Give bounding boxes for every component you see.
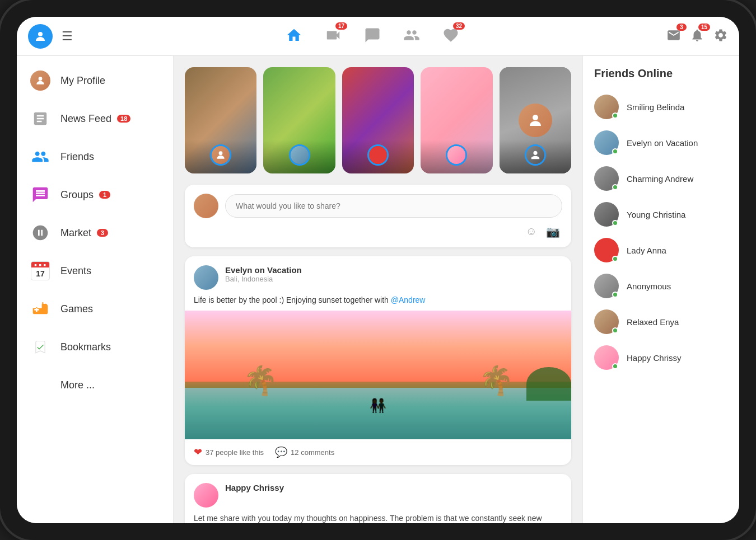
sidebar-item-groups[interactable]: Groups 1 xyxy=(17,176,173,214)
friend-name-andrew: Charming Andrew xyxy=(627,174,693,184)
tablet-screen: ☰ 17 xyxy=(17,17,739,523)
svg-point-2 xyxy=(219,151,223,155)
people-nav-item[interactable] xyxy=(403,27,420,46)
post-1-avatar xyxy=(194,265,218,290)
bell-nav-item[interactable]: 15 xyxy=(690,28,704,45)
mail-badge: 3 xyxy=(676,24,687,31)
groups-icon xyxy=(30,185,50,205)
friends-icon xyxy=(30,147,50,167)
friend-avatar-anna xyxy=(594,238,619,262)
news-feed-icon xyxy=(30,109,50,129)
sidebar-item-bookmarks[interactable]: Bookmarks xyxy=(17,328,173,366)
story-card-4[interactable] xyxy=(421,67,492,173)
video-badge: 17 xyxy=(335,22,347,30)
bell-badge: 15 xyxy=(698,24,710,31)
home-nav-item[interactable] xyxy=(286,27,302,46)
post-2-text: Let me share with you today my thoughts … xyxy=(185,512,571,523)
sidebar-label-bookmarks: Bookmarks xyxy=(60,341,111,353)
friend-item-anna[interactable]: Lady Anna xyxy=(583,232,739,268)
friend-avatar-anonymous xyxy=(594,274,619,298)
tablet-frame: ☰ 17 xyxy=(0,0,756,540)
events-icon: ■ ■ ■ 17 xyxy=(30,261,50,281)
sidebar-item-market[interactable]: Market 3 xyxy=(17,214,173,252)
friend-name-christina: Young Christina xyxy=(627,210,685,219)
online-indicator-christina xyxy=(612,220,618,226)
sidebar-label-groups: Groups 1 xyxy=(60,189,110,201)
story-avatar-ring-2 xyxy=(289,144,310,166)
friend-item-andrew[interactable]: Charming Andrew xyxy=(583,161,739,196)
post-input[interactable] xyxy=(225,194,562,218)
market-icon xyxy=(30,223,50,243)
post-1-text: Life is better by the pool :) Enjoying s… xyxy=(185,294,571,311)
nav-center: 17 xyxy=(84,27,661,46)
sidebar-item-friends[interactable]: Friends xyxy=(17,138,173,176)
sidebar-item-news-feed[interactable]: News Feed 18 xyxy=(17,100,173,138)
sidebar-item-games[interactable]: Games xyxy=(17,290,173,328)
sidebar-label-games: Games xyxy=(60,303,93,315)
sidebar-label-my-profile: My Profile xyxy=(60,75,105,87)
svg-point-3 xyxy=(533,115,538,120)
friend-item-belinda[interactable]: Smiling Belinda xyxy=(583,89,739,125)
sidebar-label-news-feed: News Feed 18 xyxy=(60,113,130,125)
nav-left: ☰ xyxy=(28,24,84,49)
friend-name-belinda: Smiling Belinda xyxy=(627,102,684,112)
friend-avatar-enya xyxy=(594,309,619,334)
story-card-1[interactable] xyxy=(185,67,256,173)
mail-nav-item[interactable]: 3 xyxy=(666,28,681,45)
settings-nav-item[interactable] xyxy=(713,28,728,45)
friend-name-anonymous: Anonymous xyxy=(627,281,671,291)
story-avatar-ring-1 xyxy=(210,144,231,166)
likes-nav-item[interactable]: 32 xyxy=(442,27,459,46)
story-card-5[interactable] xyxy=(500,67,571,173)
user-avatar[interactable] xyxy=(28,24,53,49)
sidebar-item-events[interactable]: ■ ■ ■ 17 Events xyxy=(17,252,173,290)
right-sidebar: Friends Online Smiling Belinda Evelyn on… xyxy=(582,56,739,523)
post-card-2: Happy Chrissy Let me share with you toda… xyxy=(185,474,571,523)
emoji-icon[interactable]: ☺ xyxy=(526,225,537,238)
video-nav-item[interactable]: 17 xyxy=(325,27,342,46)
hamburger-menu[interactable]: ☰ xyxy=(62,29,73,44)
sidebar-item-my-profile[interactable]: My Profile xyxy=(17,62,173,100)
friend-item-enya[interactable]: Relaxed Enya xyxy=(583,304,739,340)
online-indicator-evelyn xyxy=(612,148,618,154)
story-avatar-ring-5 xyxy=(525,144,546,166)
likes-badge: 32 xyxy=(453,22,465,30)
post-1-location: Bali, Indonesia xyxy=(225,275,562,283)
friend-avatar-christina xyxy=(594,202,619,227)
top-nav: ☰ 17 xyxy=(17,17,739,56)
online-indicator-belinda xyxy=(612,112,618,119)
chat-nav-item[interactable] xyxy=(364,27,381,46)
sidebar-item-more[interactable]: More ... xyxy=(17,366,173,404)
post-2-avatar xyxy=(194,483,218,508)
sidebar: My Profile News Feed 18 xyxy=(17,56,174,523)
post-1-meta: Evelyn on Vacation Bali, Indonesia xyxy=(225,265,562,283)
more-icon xyxy=(30,375,50,395)
post-1-image: 🌴 🌴 👫 xyxy=(185,311,571,439)
post-1-comments[interactable]: 💬 12 comments xyxy=(275,446,334,458)
nav-right: 3 15 xyxy=(661,28,728,45)
post-1-author: Evelyn on Vacation xyxy=(225,265,562,275)
online-indicator-andrew xyxy=(612,184,618,190)
friend-item-anonymous[interactable]: Anonymous xyxy=(583,268,739,304)
market-badge: 3 xyxy=(97,229,108,237)
composer-avatar xyxy=(194,194,218,218)
profile-avatar-icon xyxy=(30,71,50,91)
composer-actions: ☺ 📷 xyxy=(194,225,562,238)
svg-point-0 xyxy=(38,32,43,36)
story-card-3[interactable] xyxy=(342,67,414,173)
post-1-header: Evelyn on Vacation Bali, Indonesia xyxy=(185,256,571,294)
news-feed-badge: 18 xyxy=(117,115,130,123)
sidebar-label-friends: Friends xyxy=(60,151,94,163)
friend-item-evelyn[interactable]: Evelyn on Vacation xyxy=(583,125,739,161)
center-content: ☺ 📷 Evelyn on Vacation Bali, Indonesia xyxy=(174,56,582,523)
games-icon xyxy=(30,299,50,319)
friend-item-chrissy[interactable]: Happy Chrissy xyxy=(583,340,739,375)
camera-icon[interactable]: 📷 xyxy=(546,225,560,238)
post-1-likes[interactable]: ❤ 37 people like this xyxy=(194,446,264,458)
sidebar-label-more: More ... xyxy=(60,379,95,391)
post-1-mention[interactable]: @Andrew xyxy=(391,295,426,304)
bookmarks-icon xyxy=(30,337,50,357)
post-2-meta: Happy Chrissy xyxy=(225,483,562,492)
story-card-2[interactable] xyxy=(263,67,335,173)
friend-item-christina[interactable]: Young Christina xyxy=(583,196,739,232)
